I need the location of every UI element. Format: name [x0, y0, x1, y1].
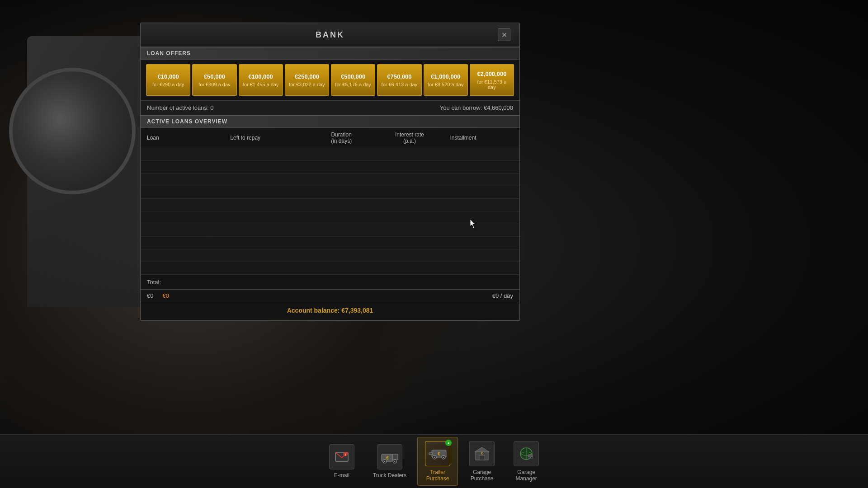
garage-manager-label: GarageManager [515, 469, 537, 482]
truck-wheel-decoration [9, 68, 136, 194]
loan-rate-5: for €6,413 a day [380, 82, 418, 87]
loan-amount-0: €10,000 [149, 73, 187, 80]
loan-total-value: €0 [147, 292, 153, 299]
truck-dealers-icon: € [377, 444, 402, 469]
table-row [141, 174, 519, 186]
repay-total-value: €0 [162, 292, 169, 299]
active-loans-section: Loan Left to repay Duration(in days) Int… [141, 128, 519, 275]
loan-rate-4: for €5,176 a day [334, 82, 372, 87]
table-row [141, 249, 519, 262]
col-installment: Installment [443, 128, 519, 148]
rate-total-value: €0 / day [492, 292, 513, 299]
taskbar-item-truck-dealers[interactable]: € Truck Dealers [366, 441, 414, 482]
svg-rect-11 [429, 453, 433, 455]
active-loans-header: ACTIVE LOANS OVERVIEW [141, 115, 519, 128]
loan-amount-1: €50,000 [195, 73, 233, 80]
svg-text:!: ! [345, 453, 346, 456]
loan-card-0[interactable]: €10,000 for €290 a day [146, 64, 190, 96]
loan-offers-header: LOAN OFFERS [141, 47, 519, 60]
col-left-repay: Left to repay [224, 128, 307, 148]
loan-card-3[interactable]: €250,000 for €3,022 a day [285, 64, 329, 96]
close-button[interactable]: ✕ [498, 28, 510, 41]
svg-point-24 [528, 457, 530, 459]
loan-amount-7: €2,000,000 [473, 70, 511, 77]
table-row [141, 237, 519, 249]
summary-row: €0 €0 €0 / day [141, 289, 519, 302]
col-interest: Interest rate(p.a.) [376, 128, 444, 148]
svg-rect-19 [479, 455, 485, 460]
trailer-badge-green: ● [445, 440, 452, 446]
trailer-purchase-icon: ● € [425, 441, 450, 466]
taskbar: ! E-mail € Truck Dealers ● [0, 434, 868, 488]
col-duration: Duration(in days) [307, 128, 376, 148]
loan-rate-3: for €3,022 a day [288, 82, 326, 87]
loan-offers-section: €10,000 for €290 a day €50,000 for €909 … [141, 60, 519, 100]
table-row [141, 186, 519, 199]
loan-cards-container: €10,000 for €290 a day €50,000 for €909 … [146, 64, 514, 96]
loan-amount-2: €100,000 [242, 73, 280, 80]
loan-amount-5: €750,000 [380, 73, 418, 80]
taskbar-item-garage-purchase[interactable]: € GaragePurchase [462, 437, 502, 485]
svg-text:€: € [386, 455, 389, 460]
loan-rate-0: for €290 a day [149, 82, 187, 87]
bank-modal: BANK ✕ LOAN OFFERS €10,000 for €290 a da… [140, 23, 520, 321]
loan-card-2[interactable]: €100,000 for €1,455 a day [239, 64, 283, 96]
loan-card-1[interactable]: €50,000 for €909 a day [192, 64, 236, 96]
svg-point-8 [394, 461, 396, 462]
modal-content: LOAN OFFERS €10,000 for €290 a day €50,0… [141, 47, 519, 323]
loan-rate-7: for €11,573 a day [473, 79, 511, 90]
svg-text:€: € [481, 451, 483, 455]
loan-rate-2: for €1,455 a day [242, 82, 280, 87]
trailer-purchase-label: TrailerPurchase [426, 469, 449, 482]
garage-purchase-label: GaragePurchase [471, 469, 494, 482]
table-row [141, 199, 519, 211]
taskbar-item-garage-manager[interactable]: GarageManager [506, 437, 547, 485]
info-bar: Number of active loans: 0 You can borrow… [141, 100, 519, 115]
borrow-amount: You can borrow: €4,660,000 [440, 104, 513, 111]
truck-dealers-label: Truck Dealers [373, 472, 406, 479]
loan-card-4[interactable]: €500,000 for €5,176 a day [331, 64, 375, 96]
loans-table: Loan Left to repay Duration(in days) Int… [141, 128, 519, 275]
table-row [141, 161, 519, 174]
table-row [141, 224, 519, 237]
loan-amount-3: €250,000 [288, 73, 326, 80]
svg-point-15 [443, 457, 444, 458]
table-row [141, 148, 519, 161]
taskbar-item-trailer-purchase[interactable]: ● € TrailerPurchase [417, 437, 458, 486]
loan-card-6[interactable]: €1,000,000 for €8,520 a day [424, 64, 468, 96]
total-bar: Total: [141, 275, 519, 289]
taskbar-item-email[interactable]: ! E-mail [321, 441, 362, 482]
loan-card-7[interactable]: €2,000,000 for €11,573 a day [470, 64, 514, 96]
garage-manager-icon [514, 441, 539, 466]
account-balance: Account balance: €7,393,081 [141, 302, 519, 319]
svg-point-13 [434, 457, 435, 458]
garage-purchase-icon: € [469, 441, 495, 466]
svg-point-6 [384, 461, 386, 462]
svg-point-25 [531, 457, 533, 459]
svg-marker-4 [392, 454, 398, 460]
loan-rate-6: for €8,520 a day [427, 82, 465, 87]
svg-text:€: € [438, 451, 440, 456]
total-label: Total: [147, 279, 161, 286]
col-loan: Loan [141, 128, 224, 148]
loan-card-5[interactable]: €750,000 for €6,413 a day [377, 64, 421, 96]
email-label: E-mail [334, 472, 349, 479]
active-loans-count: Number of active loans: 0 [147, 104, 213, 111]
email-icon: ! [329, 444, 354, 469]
modal-title: BANK [162, 30, 498, 40]
table-row [141, 211, 519, 224]
loan-amount-4: €500,000 [334, 73, 372, 80]
loan-rate-1: for €909 a day [195, 82, 233, 87]
modal-header: BANK ✕ [141, 23, 519, 47]
table-row [141, 262, 519, 275]
loan-amount-6: €1,000,000 [427, 73, 465, 80]
